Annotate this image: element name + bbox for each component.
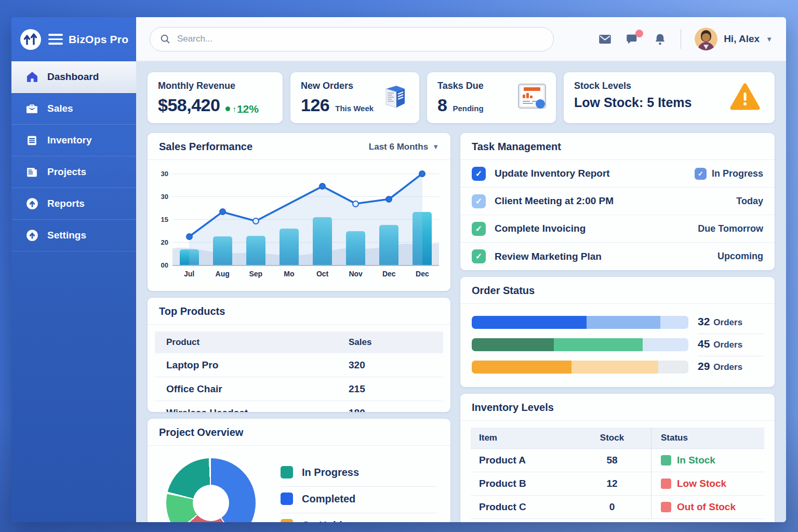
progress-segment [472,361,571,374]
menu-icon[interactable] [48,34,63,45]
search-icon [159,33,171,45]
status-checkbox[interactable] [695,168,707,180]
app-title: BizOps Pro [69,33,128,46]
bell-icon[interactable] [653,32,667,46]
card-title: Sales Performance [159,141,252,153]
x-tick-label: Mo [280,270,299,278]
progress-segment [554,338,643,351]
trend-line [172,174,439,265]
line-point [385,196,392,203]
order-status-row: 29Orders [472,360,763,374]
task-row: Complete Invoicing Due Tomorrow [460,215,775,243]
sidebar-item-projects[interactable]: Projects [11,156,136,188]
search-input[interactable] [177,34,544,44]
kpi-title: Monthly Revenue [158,81,272,91]
sidebar-item-settings[interactable]: Settings [11,220,136,251]
sidebar-item-label: Projects [47,166,86,178]
chat-icon[interactable] [626,32,640,46]
column-header: Status [651,428,764,449]
product-name: Office Chair [166,383,349,395]
order-unit: Orders [713,340,742,350]
column-header: Sales [349,337,432,348]
inventory-item: Product B [471,472,573,496]
task-checkbox[interactable] [472,222,486,236]
card-title: Inventory Levels [472,402,554,414]
user-greeting: Hi, Alex [724,33,760,45]
task-management-card: Task Management Update Inventory Report … [460,133,775,270]
inventory-status: Out of Stock [651,496,764,519]
dashboard-content: Monthly Revenue $58,420 ↑12% New Orders … [136,61,786,522]
sales-chart-plot [172,174,439,265]
kpi-value: 8 [437,96,447,114]
task-checkbox[interactable] [472,249,486,263]
card-title: Top Products [159,305,225,317]
product-sales: 180 [349,407,432,412]
avatar [695,28,717,50]
y-tick-label: 00 [161,261,168,269]
product-name: Laptop Pro [166,360,349,371]
task-row: Update Inventory Report In Progress [460,160,775,188]
product-sales: 320 [349,360,432,371]
order-status-row: 32Orders [472,315,763,329]
y-tick-label: 20 [161,238,168,246]
inventory-status: In Stock [651,449,764,472]
status-swatch [661,478,671,489]
inventory-levels-card: Inventory Levels Item Stock Status Produ… [460,394,775,522]
sidebar-item-reports[interactable]: Reports [11,188,136,220]
project-overview-card: Project Overview In Progress [148,419,450,522]
legend-label: Completed [302,493,355,505]
order-unit: Orders [713,317,742,328]
legend-swatch [281,519,293,522]
sidebar-item-sales[interactable]: Sales [11,93,136,125]
sidebar-item-label: Settings [47,230,86,241]
sidebar-item-label: Reports [47,198,85,209]
card-title: Task Management [472,141,561,153]
task-row: Review Marketing Plan Upcoming [460,243,775,270]
inventory-stock: 0 [573,496,651,519]
legend-item: On Hold [281,513,437,522]
kpi-value: $58,420 [158,96,220,114]
task-checkbox[interactable] [472,167,486,181]
x-tick-label: Dec [413,270,432,278]
kpi-value: Low Stock: 5 Items [574,96,691,109]
legend-swatch [281,466,293,478]
warning-triangle-icon [730,83,760,112]
order-status-row: 45Orders [472,338,763,351]
product-sales: 215 [349,383,432,395]
progress-segment [643,338,688,351]
document-icon [25,134,39,148]
sidebar-item-inventory[interactable]: Inventory [11,125,136,156]
chart-x-labels: JulAugSepMoOctNovDecDec [172,270,439,278]
topbar: Hi, Alex ▼ [136,17,786,61]
progress-segment [472,316,587,329]
progress-bar [472,316,688,329]
progress-segment [571,361,658,374]
task-status: Upcoming [717,251,763,262]
status-swatch [661,502,671,512]
range-selector[interactable]: Last 6 Months▼ [369,142,439,152]
task-status: Today [736,196,763,207]
search-box[interactable] [150,27,554,51]
project-donut-chart [166,458,256,522]
logo-row: BizOps Pro [11,17,136,61]
kpi-caption: This Week [335,104,374,113]
kpi-value: 126 [301,96,329,114]
task-label: Client Meeting at 2:00 PM [495,195,727,207]
sidebar-item-dashboard[interactable]: Dashboard [11,61,136,93]
app-logo-icon [19,28,43,51]
inventory-item: Product C [471,496,573,519]
kpi-new-orders: New Orders 126 This Week [290,72,419,123]
order-count: 29 [698,360,710,373]
task-label: Update Inventory Report [495,168,686,179]
card-title: Order Status [472,285,535,297]
x-tick-label: Dec [379,270,398,278]
table-row: Laptop Pro 320 [155,353,443,377]
sidebar-item-label: Inventory [47,135,92,146]
table-header: Product Sales [155,331,443,353]
user-menu[interactable]: Hi, Alex ▼ [695,28,773,50]
legend-label: On Hold [302,520,342,523]
chevron-down-icon: ▼ [766,35,773,43]
inventory-stock: 58 [573,449,651,472]
mail-icon[interactable] [598,32,612,46]
task-checkbox[interactable] [472,194,486,208]
